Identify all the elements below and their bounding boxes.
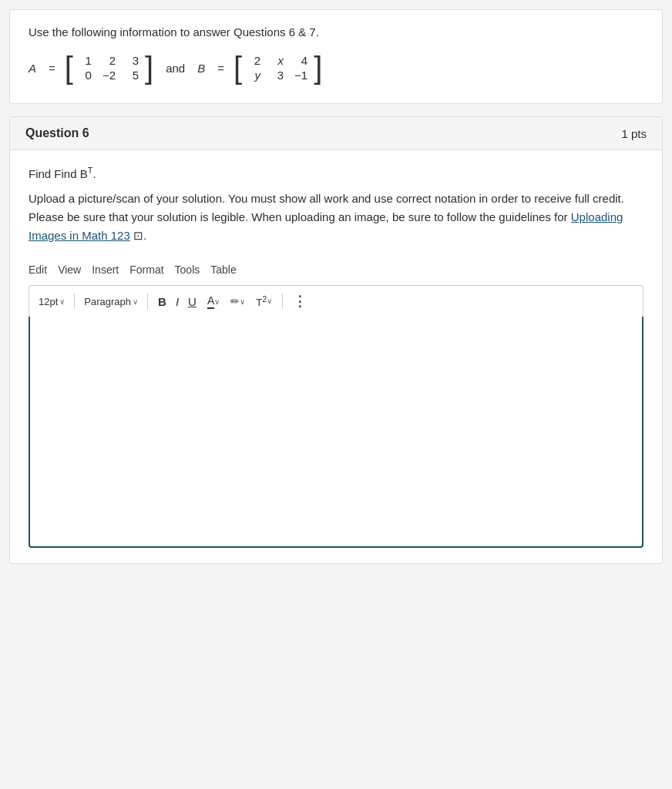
text-editor[interactable] [29,317,643,548]
find-label: Find B [54,167,87,180]
italic-label: I [176,295,179,308]
menu-edit[interactable]: Edit [29,264,47,276]
cell-b-10: y [248,69,260,82]
bracket-left-a: [ [65,52,73,83]
equals-b: = [217,62,224,75]
superscript-label: T2 [256,294,267,308]
and-text: and [166,62,185,75]
menu-table[interactable]: Table [210,264,236,276]
font-size-chevron: ∨ [59,297,65,306]
font-color-icon: A [207,294,214,309]
page-container: Use the following information to answer … [0,0,672,573]
font-color-chevron: ∨ [214,297,220,306]
question-title: Question 6 [25,126,89,140]
question-card: Question 6 1 pts Find Find BT. Upload a … [9,116,663,564]
highlight-icon: ✏ [230,295,240,307]
divider-2 [147,294,148,309]
bracket-left-b: [ [234,52,242,83]
cell-a-10: 0 [79,69,92,82]
matrix-b: [ 2 x 4 y 3 −1 ] [234,51,322,85]
divider-3 [282,294,283,309]
underline-button[interactable]: U [184,293,200,311]
paragraph-group: Paragraph ∨ [81,294,141,309]
instructions-main: Upload a picture/scan of your solution. … [29,192,624,223]
matrix-a: [ 1 2 3 0 −2 5 ] [65,51,153,85]
info-instruction: Use the following information to answer … [29,25,643,39]
bold-button[interactable]: B [154,293,170,311]
paragraph-selector[interactable]: Paragraph ∨ [81,294,141,309]
cell-b-12: −1 [294,69,307,82]
italic-button[interactable]: I [172,293,183,311]
more-options-button[interactable]: ⋮ [289,290,311,312]
font-size-value: 12pt [39,296,58,307]
font-size-group: 12pt ∨ [35,294,68,309]
cell-b-02: 4 [294,54,307,67]
matrix-row: A = [ 1 2 3 0 −2 5 ] and B = [ [29,51,643,85]
menu-tools[interactable]: Tools [175,264,200,276]
cell-b-01: x [271,54,284,67]
editor-menubar: Edit View Insert Format Tools Table [29,260,643,282]
superscript-group: T2 ∨ [252,292,276,311]
matrix-b-content: 2 x 4 y 3 −1 [242,51,314,85]
cell-b-11: 3 [271,69,284,82]
underline-label: U [188,295,197,308]
more-icon: ⋮ [293,293,307,310]
highlight-button[interactable]: ✏ ∨ [227,293,249,310]
equals-a: = [49,62,55,75]
instructions-icon: ⊡ [133,229,143,242]
question-pts: 1 pts [621,127,647,140]
cell-a-12: 5 [126,69,139,82]
editor-toolbar: 12pt ∨ Paragraph ∨ B [29,285,643,317]
instructions-end: . [143,229,146,242]
menu-insert[interactable]: Insert [92,264,119,276]
format-group: B I U [154,293,200,311]
cell-b-00: 2 [248,54,260,67]
bracket-right-b: ] [314,52,322,83]
question-body: Find Find BT. Upload a picture/scan of y… [10,150,662,563]
cell-a-01: 2 [102,54,116,67]
paragraph-value: Paragraph [84,296,131,307]
info-card: Use the following information to answer … [9,9,663,104]
divider-1 [74,294,75,309]
cell-a-00: 1 [79,54,92,67]
paragraph-chevron: ∨ [133,297,138,306]
menu-format[interactable]: Format [129,264,163,276]
superscript-button[interactable]: T2 ∨ [252,292,276,311]
question-header: Question 6 1 pts [10,117,662,150]
cell-a-02: 3 [126,54,139,67]
menu-view[interactable]: View [58,264,81,276]
color-group: A ∨ [203,292,223,311]
matrix-b-label: B [197,62,205,75]
instructions-text: Upload a picture/scan of your solution. … [29,190,643,245]
highlight-chevron: ∨ [240,297,245,306]
font-color-button[interactable]: A ∨ [203,292,223,311]
find-period: . [92,167,96,180]
bracket-right-a: ] [145,52,153,83]
find-text: Find Find BT. [29,166,643,180]
matrix-a-label: A [29,62,36,75]
bold-label: B [158,295,166,308]
matrix-a-content: 1 2 3 0 −2 5 [73,51,145,85]
cell-a-11: −2 [102,69,116,82]
superscript-chevron: ∨ [267,297,272,305]
highlight-group: ✏ ∨ [227,293,249,310]
font-size-selector[interactable]: 12pt ∨ [35,294,68,309]
